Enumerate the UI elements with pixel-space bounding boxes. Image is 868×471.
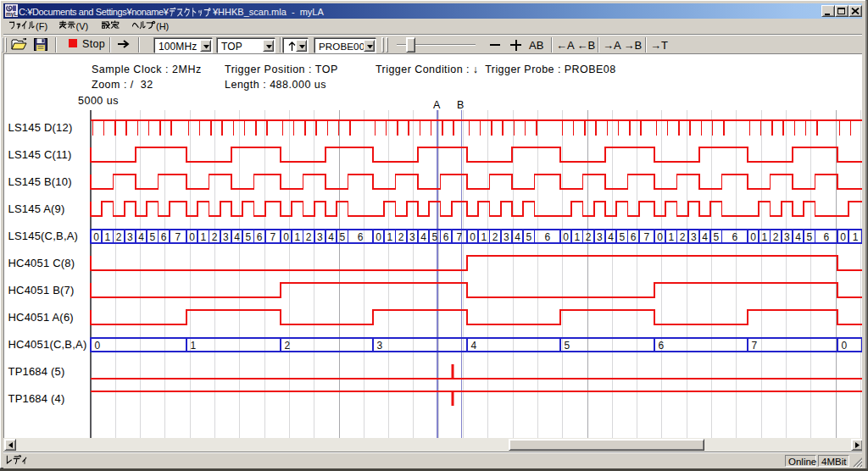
svg-text:1: 1 [669,231,675,243]
svg-text:4: 4 [234,231,240,243]
svg-text:1: 1 [201,231,207,243]
svg-text:1: 1 [191,340,197,352]
svg-text:6: 6 [659,340,665,352]
svg-text:0: 0 [842,340,848,352]
svg-text:6: 6 [443,231,449,243]
svg-text:4: 4 [702,231,708,243]
svg-text:3: 3 [409,231,415,243]
svg-text:5: 5 [714,231,720,243]
svg-text:0: 0 [95,340,101,352]
svg-text:6: 6 [161,231,167,243]
svg-text:5: 5 [565,340,570,352]
svg-text:3: 3 [597,231,603,243]
svg-text:5: 5 [807,231,813,243]
svg-text:2: 2 [306,231,312,243]
svg-text:3: 3 [691,231,697,243]
svg-text:0: 0 [657,231,663,243]
svg-text:1: 1 [481,231,487,243]
svg-text:0: 0 [376,231,381,243]
svg-text:7: 7 [644,231,650,243]
svg-text:4: 4 [328,231,334,243]
svg-text:1: 1 [295,231,301,243]
svg-text:7: 7 [175,231,181,243]
svg-text:1: 1 [387,231,393,243]
svg-text:5: 5 [432,231,438,243]
svg-text:3: 3 [377,340,383,352]
svg-text:5: 5 [526,231,532,243]
svg-text:5: 5 [340,231,346,243]
svg-text:1: 1 [762,231,768,243]
svg-text:5: 5 [246,231,252,243]
svg-text:4: 4 [515,231,520,243]
svg-text:7: 7 [270,231,276,243]
svg-text:3: 3 [223,231,229,243]
svg-text:0: 0 [283,231,289,243]
svg-text:5: 5 [620,231,626,243]
svg-text:0: 0 [93,231,99,243]
svg-text:6: 6 [544,231,550,243]
svg-text:3: 3 [317,231,323,243]
svg-text:7: 7 [752,340,758,352]
svg-text:6: 6 [358,231,364,243]
svg-text:6: 6 [823,231,829,243]
svg-text:2: 2 [116,231,122,243]
svg-text:4: 4 [138,231,144,243]
svg-text:0: 0 [470,231,476,243]
svg-text:4: 4 [420,231,426,243]
svg-text:0: 0 [563,231,569,243]
svg-text:1: 1 [853,231,859,243]
svg-text:3: 3 [127,231,133,243]
svg-text:2: 2 [212,231,218,243]
svg-text:2: 2 [492,231,498,243]
svg-text:1: 1 [575,231,581,243]
svg-text:5: 5 [150,231,156,243]
svg-text:2: 2 [586,231,592,243]
svg-text:0: 0 [750,231,756,243]
svg-text:4: 4 [795,231,801,243]
svg-text:7: 7 [457,231,463,243]
svg-text:2: 2 [398,231,404,243]
svg-text:0: 0 [189,231,195,243]
svg-text:0: 0 [840,231,846,243]
svg-text:6: 6 [257,231,263,243]
svg-text:6: 6 [732,231,737,243]
svg-text:1: 1 [105,231,111,243]
svg-text:6: 6 [631,231,637,243]
svg-text:4: 4 [608,231,614,243]
svg-text:2: 2 [680,231,686,243]
svg-text:2: 2 [773,231,779,243]
svg-text:3: 3 [504,231,509,243]
svg-text:3: 3 [784,231,790,243]
svg-text:4: 4 [471,340,477,352]
svg-text:2: 2 [285,340,291,352]
